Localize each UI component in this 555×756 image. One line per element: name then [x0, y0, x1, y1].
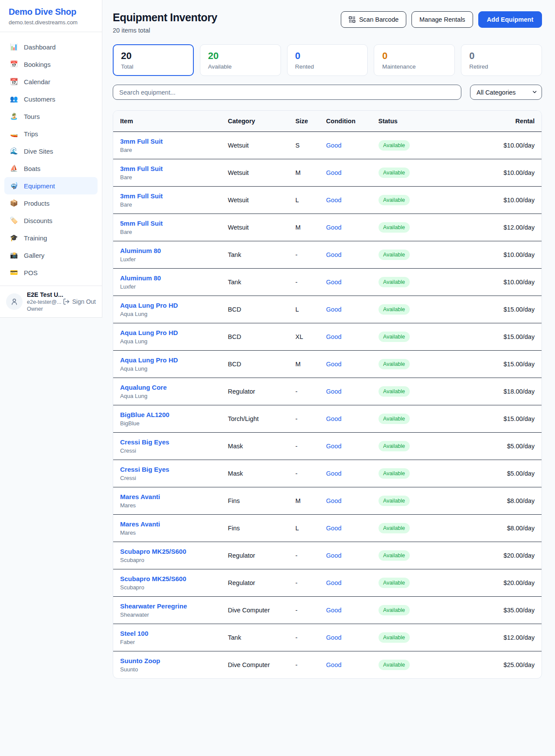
item-cell: Shearwater Peregrine Shearwater	[120, 602, 228, 618]
status-badge: Available	[379, 359, 410, 369]
condition-link[interactable]: Good	[326, 470, 378, 477]
search-input[interactable]	[113, 85, 461, 100]
sidebar-item-boats[interactable]: ⛵ Boats	[4, 160, 98, 177]
category-select[interactable]: All Categories	[470, 85, 542, 100]
condition-link[interactable]: Good	[326, 443, 378, 450]
condition-link[interactable]: Good	[326, 251, 378, 258]
nav-item-icon: 🤿	[10, 182, 18, 190]
sidebar-item-equipment[interactable]: 🤿 Equipment	[4, 177, 98, 194]
condition-link[interactable]: Good	[326, 415, 378, 422]
sidebar-item-trips[interactable]: 🚤 Trips	[4, 125, 98, 142]
rental-cell: $8.00/day	[441, 525, 535, 532]
condition-link[interactable]: Good	[326, 579, 378, 586]
item-name-link[interactable]: Scubapro MK25/S600	[120, 548, 228, 555]
item-name-link[interactable]: Cressi Big Eyes	[120, 438, 228, 446]
stat-card-rented[interactable]: 0 Rented	[287, 44, 368, 76]
status-badge: Available	[379, 660, 410, 670]
sidebar-item-gallery[interactable]: 📸 Gallery	[4, 247, 98, 264]
item-name-link[interactable]: 3mm Full Suit	[120, 138, 228, 145]
size-cell: -	[295, 607, 326, 614]
condition-link[interactable]: Good	[326, 279, 378, 286]
status-badge: Available	[379, 140, 410, 151]
category-cell: Mask	[228, 470, 296, 477]
item-name-link[interactable]: Mares Avanti	[120, 520, 228, 528]
add-equipment-button[interactable]: Add Equipment	[478, 11, 542, 28]
item-name-link[interactable]: Cressi Big Eyes	[120, 466, 228, 473]
rental-cell: $15.00/day	[441, 306, 535, 313]
condition-link[interactable]: Good	[326, 497, 378, 504]
size-cell: L	[295, 306, 326, 313]
condition-link[interactable]: Good	[326, 388, 378, 395]
item-name-link[interactable]: Aqualung Core	[120, 384, 228, 391]
condition-link[interactable]: Good	[326, 525, 378, 532]
item-name-link[interactable]: Scubapro MK25/S600	[120, 575, 228, 582]
status-badge: Available	[379, 222, 410, 233]
app-root: Demo Dive Shop demo.test.divestreams.com…	[0, 0, 555, 696]
condition-link[interactable]: Good	[326, 224, 378, 231]
sidebar-item-calendar[interactable]: 📆 Calendar	[4, 73, 98, 90]
item-name-link[interactable]: Aluminum 80	[120, 247, 228, 254]
sidebar-item-dashboard[interactable]: 📊 Dashboard	[4, 38, 98, 56]
table-body: 3mm Full Suit Bare Wetsuit S Good Availa…	[113, 132, 542, 678]
item-cell: Aluminum 80 Luxfer	[120, 247, 228, 263]
status-badge: Available	[379, 523, 410, 533]
sidebar-item-training[interactable]: 🎓 Training	[4, 229, 98, 247]
sidebar-item-bookings[interactable]: 📅 Bookings	[4, 56, 98, 73]
status-badge: Available	[379, 441, 410, 451]
sidebar-item-dive-sites[interactable]: 🌊 Dive Sites	[4, 142, 98, 160]
item-name-link[interactable]: 5mm Full Suit	[120, 220, 228, 227]
item-cell: BigBlue AL1200 BigBlue	[120, 411, 228, 427]
sidebar-item-pos[interactable]: 💳 POS	[4, 264, 98, 281]
condition-link[interactable]: Good	[326, 333, 378, 340]
rental-cell: $20.00/day	[441, 579, 535, 586]
rental-cell: $12.00/day	[441, 224, 535, 231]
item-name-link[interactable]: Mares Avanti	[120, 493, 228, 500]
item-name-link[interactable]: Steel 100	[120, 630, 228, 637]
item-name-link[interactable]: Shearwater Peregrine	[120, 602, 228, 610]
status-cell: Available	[379, 496, 441, 506]
nav-item-icon: 🏷️	[10, 217, 18, 224]
item-name-link[interactable]: 3mm Full Suit	[120, 165, 228, 172]
condition-link[interactable]: Good	[326, 306, 378, 313]
manage-rentals-button[interactable]: Manage Rentals	[411, 11, 473, 28]
sidebar-item-customers[interactable]: 👥 Customers	[4, 90, 98, 108]
table-row: Aqualung Core Aqua Lung Regulator - Good…	[113, 378, 542, 405]
scan-barcode-button[interactable]: Scan Barcode	[341, 11, 406, 28]
sidebar-item-tours[interactable]: 🏝️ Tours	[4, 108, 98, 125]
item-name-link[interactable]: BigBlue AL1200	[120, 411, 228, 418]
nav-item-icon: ⛵	[10, 164, 18, 172]
size-cell: M	[295, 497, 326, 504]
item-name-link[interactable]: Aluminum 80	[120, 274, 228, 282]
sidebar-item-products[interactable]: 📦 Products	[4, 194, 98, 212]
status-badge: Available	[379, 304, 410, 315]
condition-link[interactable]: Good	[326, 169, 378, 176]
sidebar-item-discounts[interactable]: 🏷️ Discounts	[4, 212, 98, 229]
sign-out-button[interactable]: Sign Out	[63, 298, 96, 305]
condition-link[interactable]: Good	[326, 142, 378, 149]
condition-link[interactable]: Good	[326, 661, 378, 668]
item-name-link[interactable]: Aqua Lung Pro HD	[120, 356, 228, 364]
size-cell: -	[295, 388, 326, 395]
nav-item-icon: 🎓	[10, 234, 18, 242]
condition-link[interactable]: Good	[326, 607, 378, 614]
status-cell: Available	[379, 660, 441, 670]
category-cell: Regulator	[228, 388, 296, 395]
condition-link[interactable]: Good	[326, 634, 378, 641]
item-name-link[interactable]: 3mm Full Suit	[120, 192, 228, 200]
nav-label: Discounts	[24, 217, 52, 224]
stat-card-maintenance[interactable]: 0 Maintenance	[374, 44, 455, 76]
item-brand: Bare	[120, 147, 228, 153]
stat-card-total[interactable]: 20 Total	[113, 44, 194, 76]
stat-card-available[interactable]: 20 Available	[200, 44, 281, 76]
condition-link[interactable]: Good	[326, 552, 378, 559]
item-cell: Aqua Lung Pro HD Aqua Lung	[120, 356, 228, 372]
stat-card-retired[interactable]: 0 Retired	[461, 44, 542, 76]
item-name-link[interactable]: Aqua Lung Pro HD	[120, 302, 228, 309]
rental-cell: $10.00/day	[441, 279, 535, 286]
condition-link[interactable]: Good	[326, 361, 378, 368]
condition-link[interactable]: Good	[326, 197, 378, 204]
item-name-link[interactable]: Suunto Zoop	[120, 657, 228, 664]
item-name-link[interactable]: Aqua Lung Pro HD	[120, 329, 228, 336]
table-row: Aqua Lung Pro HD Aqua Lung BCD M Good Av…	[113, 351, 542, 378]
col-header-condition: Condition	[326, 118, 378, 125]
